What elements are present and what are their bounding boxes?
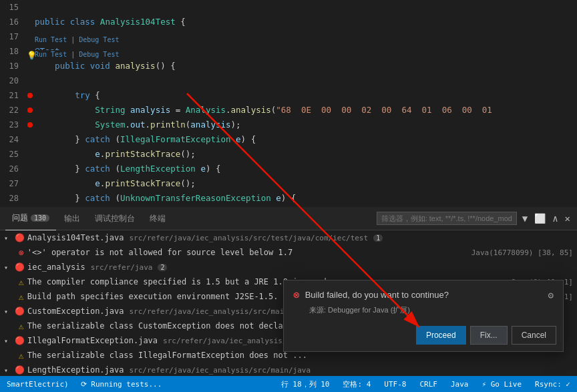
build-failed-dialog: ⊗ Build failed, do you want to continue?… (283, 280, 564, 352)
chevron-icon-length: ▾ (4, 367, 12, 374)
breakpoint-21[interactable] (27, 93, 33, 98)
proceed-button[interactable]: Proceed (416, 326, 466, 345)
tab-terminal[interactable]: 终端 (143, 207, 172, 230)
run-debug-bar-18: Run Test | Debug Test (35, 35, 119, 45)
tab-debug-label: 调试控制台 (95, 213, 135, 224)
dialog-gear-icon[interactable]: ⚙ (548, 290, 554, 301)
file-header-analysis104test[interactable]: ▾ 🔴 Analysis104Test.java src/refer/java/… (0, 230, 577, 245)
encoding-label: UTF-8 (384, 380, 406, 389)
line-content-22: String analysis = Analysis.analysis("68 … (35, 103, 577, 118)
line-num-25: 25 (0, 147, 25, 162)
run-test-link-19[interactable]: Run Test (35, 51, 67, 58)
panel-toolbar: ▼ ⬜ ∧ ✕ (377, 212, 572, 225)
tab-output[interactable]: 输出 (57, 207, 87, 230)
code-line-25: 25 e.printStackTrace(); (0, 147, 577, 162)
panel-tabs: 问题 130 输出 调试控制台 终端 ▼ ⬜ ∧ ✕ (0, 207, 577, 230)
close-icon[interactable]: ✕ (564, 212, 572, 225)
code-line-20: 20 (0, 73, 577, 88)
gutter-23 (25, 122, 35, 128)
run-test-link-18[interactable]: Run Test (35, 36, 67, 43)
code-editor: 15 16 public class Analysis104Test { 17 … (0, 0, 577, 207)
file-group-lengthexception: ▾ 🔴 LengthException.java src/refer/java/… (0, 363, 577, 376)
tab-terminal-label: 终端 (150, 213, 166, 224)
chevron-icon-analysis104: ▾ (4, 234, 12, 242)
tab-debug-console[interactable]: 调试控制台 (88, 207, 142, 230)
line-num-24: 24 (0, 132, 25, 147)
status-position[interactable]: 行 18，列 10 (278, 376, 333, 392)
file-badge-analysis104test: 1 (373, 234, 383, 242)
status-running[interactable]: ⟳ Running tests... (78, 376, 165, 392)
java-file-icon-custom: 🔴 (15, 307, 25, 316)
code-line-24: 24 } catch (IllegalFormatException e) { (0, 132, 577, 147)
problems-filter-input[interactable] (377, 212, 517, 225)
dialog-source: 来源: Debugger for Java (扩展) (293, 305, 554, 315)
status-left: SmartElectric) ⟳ Running tests... (4, 376, 164, 392)
language-label: Java (451, 380, 469, 389)
file-group-analysis104test: ▾ 🔴 Analysis104Test.java src/refer/java/… (0, 230, 577, 260)
java-file-icon-length: 🔴 (15, 365, 25, 375)
debug-test-link-19[interactable]: Debug Test (79, 51, 119, 58)
warning-icon-3-0: ⚠ (19, 351, 24, 361)
line-num-15: 15 (0, 0, 25, 15)
fix-button[interactable]: Fix... (470, 326, 508, 345)
status-rsync[interactable]: Rsync: ✓ (532, 376, 573, 392)
problems-badge: 130 (31, 214, 49, 222)
line-num-16: 16 (0, 15, 25, 29)
file-name-illegalformat: IllegalFormatException.java (27, 336, 158, 345)
lineending-label: CRLF (419, 380, 437, 389)
spaces-label: 空格: 4 (343, 379, 371, 389)
golive-label: ⚡ Go Live (482, 380, 522, 389)
gutter-18: 💡 (25, 48, 35, 55)
dialog-buttons: Proceed Fix... Cancel (284, 322, 563, 351)
file-header-lengthexception[interactable]: ▾ 🔴 LengthException.java src/refer/java/… (0, 363, 577, 376)
status-golive[interactable]: ⚡ Go Live (479, 376, 524, 392)
line-content-24: } catch (IllegalFormatException e) { (35, 132, 577, 147)
tab-problems[interactable]: 问题 130 (5, 207, 56, 230)
problem-text-0-0: '<>' operator is not allowed for source … (27, 248, 465, 257)
line-num-22: 22 (0, 103, 25, 118)
file-header-iec-analysis[interactable]: ▾ 🔴 iec_analysis src/refer/java 2 (0, 260, 577, 274)
status-spaces[interactable]: 空格: 4 (340, 376, 373, 392)
code-line-21: 21 try { (0, 88, 577, 103)
breakpoint-23[interactable] (27, 122, 33, 128)
code-line-28: 28 } catch (UnknownTransferReasonExcepti… (0, 191, 577, 206)
java-file-icon-illegal: 🔴 (15, 336, 25, 345)
line-content-26: } catch (LengthException e) { (35, 162, 577, 176)
problem-item-0-0[interactable]: ⊗ '<>' operator is not allowed for sourc… (0, 245, 577, 260)
dialog-title-row: ⊗ Build failed, do you want to continue?… (293, 288, 554, 301)
code-line-27: 27 e.printStackTrace(); (0, 176, 577, 191)
line-num-17: 17 (0, 29, 25, 44)
cancel-button[interactable]: Cancel (512, 326, 556, 345)
folder-icon-iec: 🔴 (15, 262, 25, 272)
line-content-16: public class Analysis104Test { (35, 15, 577, 29)
line-num-26: 26 (0, 162, 25, 176)
status-lineending[interactable]: CRLF (417, 376, 440, 392)
file-name-lengthexception: LengthException.java (27, 365, 124, 375)
file-name-iec-analysis: iec_analysis (27, 262, 85, 272)
status-encoding[interactable]: UTF-8 (381, 376, 409, 392)
chevron-icon-illegal: ▾ (4, 337, 12, 345)
code-line-16: 16 public class Analysis104Test { (0, 15, 577, 29)
file-badge-iec-analysis: 2 (158, 264, 167, 271)
code-line-19: 19 public void analysis() { (0, 59, 577, 73)
collapse-icon[interactable]: ⬜ (533, 212, 547, 225)
warning-icon-2-0: ⚠ (19, 321, 24, 331)
status-language[interactable]: Java (448, 376, 471, 392)
filter-icon[interactable]: ▼ (521, 212, 529, 225)
lightbulb-icon: 💡 (27, 48, 33, 55)
expand-icon[interactable]: ∧ (551, 212, 559, 225)
position-label: 行 18，列 10 (281, 379, 330, 389)
breakpoint-22[interactable] (27, 108, 33, 113)
status-right: 行 18，列 10 空格: 4 UTF-8 CRLF Java ⚡ Go Liv… (278, 376, 573, 392)
code-line-26: 26 } catch (LengthException e) { (0, 162, 577, 176)
dialog-error-icon: ⊗ (293, 288, 300, 301)
status-smartelectric[interactable]: SmartElectric) (4, 376, 71, 392)
code-line-15: 15 (0, 0, 577, 15)
code-line-23: 23 System.out.println(analysis); (0, 118, 577, 132)
file-path-analysis104test: src/refer/java/iec_analysis/src/test/jav… (130, 234, 369, 242)
file-path-lengthexception: src/refer/java/iec_analysis/src/main/jav… (130, 366, 311, 375)
line-content-27: e.printStackTrace(); (35, 176, 577, 191)
line-num-19: 19 (0, 59, 25, 73)
debug-test-link-18[interactable]: Debug Test (79, 36, 119, 43)
dialog-title: Build failed, do you want to continue? (305, 290, 543, 300)
